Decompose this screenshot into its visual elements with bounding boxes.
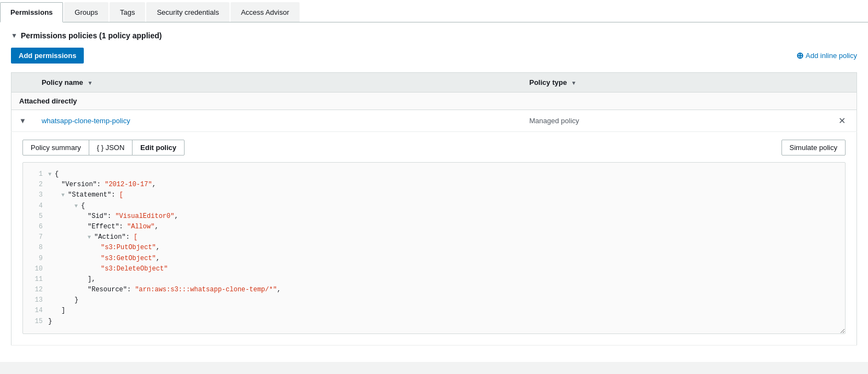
col-policy-name[interactable]: Policy name ▼: [34, 73, 522, 93]
tab-edit-policy[interactable]: Edit policy: [132, 140, 185, 156]
add-inline-policy-link[interactable]: ⊕ Add inline policy: [796, 50, 857, 61]
code-line: 12"Resource": "arn:aws:s3:::whatsapp-clo…: [32, 285, 836, 295]
code-line: 3▼ "Statement": [: [32, 190, 836, 200]
code-line: 4▼ {: [32, 201, 836, 211]
simulate-policy-button[interactable]: Simulate policy: [781, 140, 846, 156]
json-value: "Allow": [127, 223, 154, 231]
code-content: ▼ {: [48, 169, 59, 180]
policy-detail-row: Policy summary { } JSON Edit policy Simu…: [12, 132, 857, 346]
json-value: "VisualEditor0": [115, 212, 174, 220]
tab-access-advisor[interactable]: Access Advisor: [231, 2, 300, 22]
add-inline-label: Add inline policy: [806, 51, 857, 60]
policy-table: Policy name ▼ Policy type ▼ Attached dir…: [11, 72, 857, 346]
code-content: "s3:DeleteObject": [48, 264, 168, 274]
line-number: 15: [32, 317, 43, 327]
section-header: ▼ Permissions policies (1 policy applied…: [11, 31, 857, 40]
json-value: [: [134, 233, 137, 241]
line-number: 7: [32, 232, 43, 243]
code-line: 1▼ {: [32, 169, 836, 180]
json-key: "Sid": [88, 212, 107, 220]
collapse-icon[interactable]: ▼: [61, 192, 68, 198]
code-content: ]: [48, 306, 65, 316]
code-content: "Effect": "Allow",: [48, 222, 159, 232]
add-permissions-button[interactable]: Add permissions: [11, 48, 84, 64]
plus-icon: ⊕: [796, 50, 803, 61]
line-number: 2: [32, 180, 43, 190]
json-key: "Statement": [68, 191, 111, 199]
sort-icon: ▼: [87, 80, 93, 86]
line-number: 8: [32, 243, 43, 253]
col-actions: [827, 73, 857, 93]
policy-tabs-row: Policy summary { } JSON Edit policy Simu…: [22, 140, 846, 156]
col-checkbox: [12, 73, 34, 93]
json-key: "Resource": [88, 286, 127, 294]
line-number: 6: [32, 222, 43, 232]
code-line: 11],: [32, 274, 836, 285]
json-value: "s3:GetObject": [101, 255, 156, 262]
code-content: ▼ {: [48, 201, 85, 211]
tab-policy-json[interactable]: { } JSON: [89, 140, 133, 156]
json-key: "Version": [61, 181, 97, 188]
tabs-bar: Permissions Groups Tags Security credent…: [0, 0, 868, 22]
remove-policy-button[interactable]: ✕: [835, 116, 849, 126]
tab-security-credentials[interactable]: Security credentials: [146, 2, 229, 22]
json-value: "2012-10-17": [105, 181, 152, 188]
attached-directly-row: Attached directly: [12, 93, 857, 110]
json-value: [: [119, 191, 123, 199]
collapse-icon[interactable]: ▼: [88, 234, 94, 240]
code-line: 15}: [32, 317, 836, 327]
code-content: ▼ "Statement": [: [48, 190, 123, 200]
remove-cell: ✕: [827, 110, 857, 132]
line-number: 11: [32, 274, 43, 285]
code-content: "s3:PutObject",: [48, 243, 160, 253]
code-content: ],: [48, 274, 95, 285]
attached-directly-label: Attached directly: [12, 93, 857, 110]
section-title: Permissions policies (1 policy applied): [21, 31, 162, 40]
row-arrow[interactable]: ▼: [12, 110, 34, 132]
line-number: 5: [32, 211, 43, 222]
collapse-arrow-icon[interactable]: ▼: [11, 32, 18, 39]
code-content: }: [48, 295, 78, 306]
policy-name-cell: whatsapp-clone-temp-policy: [34, 110, 522, 132]
json-value: "s3:PutObject": [101, 244, 156, 251]
table-row: ▼ whatsapp-clone-temp-policy Managed pol…: [12, 110, 857, 132]
code-content: "s3:GetObject",: [48, 254, 160, 264]
code-content: ▼ "Action": [: [48, 232, 137, 243]
json-value: "arn:aws:s3:::whatsapp-clone-temp/*": [135, 286, 277, 294]
table-header-row: Policy name ▼ Policy type ▼: [12, 73, 857, 93]
line-number: 4: [32, 201, 43, 211]
tab-groups[interactable]: Groups: [64, 2, 108, 22]
col-policy-type[interactable]: Policy type ▼: [521, 73, 827, 93]
policy-json-editor[interactable]: 1▼ {2"Version": "2012-10-17",3▼ "Stateme…: [22, 162, 846, 334]
tab-tags[interactable]: Tags: [110, 2, 145, 22]
code-line: 9"s3:GetObject",: [32, 254, 836, 264]
collapse-icon[interactable]: ▼: [48, 171, 55, 177]
policy-detail-cell: Policy summary { } JSON Edit policy Simu…: [12, 132, 857, 346]
line-number: 14: [32, 306, 43, 316]
policy-tab-buttons: Policy summary { } JSON Edit policy: [22, 140, 185, 156]
code-line: 7▼ "Action": [: [32, 232, 836, 243]
tab-permissions[interactable]: Permissions: [0, 2, 63, 22]
code-content: }: [48, 317, 52, 327]
line-number: 13: [32, 295, 43, 306]
line-number: 1: [32, 169, 43, 180]
main-content: ▼ Permissions policies (1 policy applied…: [0, 22, 868, 362]
policy-type-cell: Managed policy: [521, 110, 827, 132]
json-key: "Effect": [88, 223, 119, 231]
line-number: 10: [32, 264, 43, 274]
code-content: "Sid": "VisualEditor0",: [48, 211, 179, 222]
tab-policy-summary[interactable]: Policy summary: [22, 140, 89, 156]
policy-detail-box: Policy summary { } JSON Edit policy Simu…: [12, 132, 856, 345]
code-line: 14]: [32, 306, 836, 316]
collapse-icon[interactable]: ▼: [74, 203, 81, 209]
code-content: "Resource": "arn:aws:s3:::whatsapp-clone…: [48, 285, 281, 295]
policy-name-link[interactable]: whatsapp-clone-temp-policy: [42, 117, 130, 125]
line-number: 3: [32, 190, 43, 200]
code-line: 6"Effect": "Allow",: [32, 222, 836, 232]
code-line: 2"Version": "2012-10-17",: [32, 180, 836, 190]
code-line: 13}: [32, 295, 836, 306]
sort-icon: ▼: [571, 80, 577, 86]
code-line: 8"s3:PutObject",: [32, 243, 836, 253]
code-content: "Version": "2012-10-17",: [48, 180, 156, 190]
toolbar-row: Add permissions ⊕ Add inline policy: [11, 48, 857, 64]
